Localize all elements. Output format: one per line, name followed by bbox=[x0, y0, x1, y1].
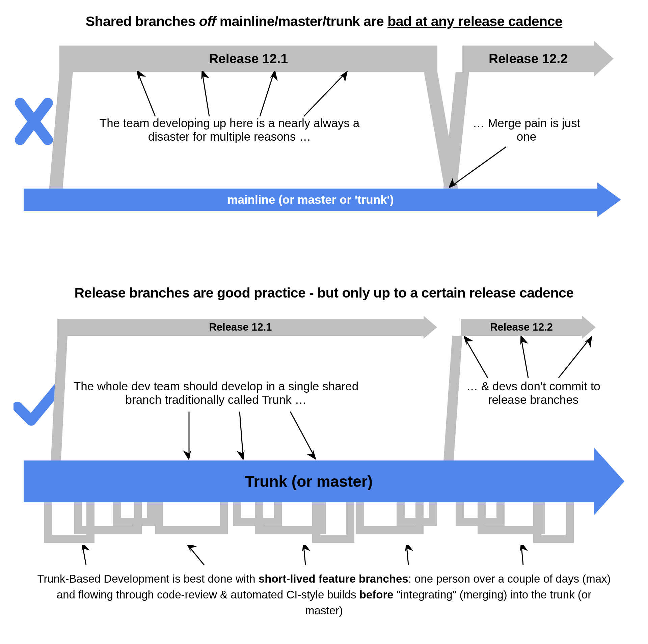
svg-line-10 bbox=[559, 340, 589, 378]
svg-line-15 bbox=[521, 547, 523, 565]
mainline-arrow: mainline (or master or 'trunk') bbox=[24, 189, 597, 211]
bottom-heading: Release branches are good practice - but… bbox=[24, 285, 624, 301]
mainline-label: mainline (or master or 'trunk') bbox=[227, 193, 394, 206]
top-heading-part2: mainline/master/trunk are bbox=[216, 13, 387, 29]
trunk-label: Trunk (or master) bbox=[245, 472, 373, 491]
svg-line-6 bbox=[240, 412, 243, 455]
release-12-2-band: Release 12.2 bbox=[462, 46, 594, 72]
svg-line-13 bbox=[304, 547, 305, 565]
top-heading-part1: Shared branches bbox=[86, 13, 199, 29]
release-12-2-label: Release 12.2 bbox=[490, 321, 553, 333]
svg-line-14 bbox=[407, 547, 408, 565]
release-12-2-arrowhead bbox=[594, 41, 614, 77]
feature-branch bbox=[312, 502, 354, 543]
svg-line-11 bbox=[83, 547, 86, 565]
trunk-arrowhead bbox=[594, 448, 624, 515]
feature-branch bbox=[397, 502, 437, 526]
tbd-diagram: Shared branches off mainline/master/trun… bbox=[24, 13, 624, 627]
svg-line-7 bbox=[290, 412, 314, 455]
release-12-1-arrowhead bbox=[424, 316, 437, 339]
trunk-arrow: Trunk (or master) bbox=[24, 460, 594, 502]
feature-branch bbox=[533, 502, 574, 543]
svg-line-1 bbox=[202, 74, 209, 116]
top-annotation-merge: … Merge pain is just one bbox=[473, 116, 580, 143]
caption-box: Trunk-Based Development is best done wit… bbox=[24, 565, 624, 619]
svg-line-3 bbox=[304, 74, 344, 116]
top-heading-bad: bad at any release cadence bbox=[387, 13, 562, 29]
release-12-1-label: Release 12.1 bbox=[209, 321, 272, 333]
arrows-down-icon bbox=[165, 410, 341, 460]
mainline-arrowhead bbox=[597, 183, 621, 217]
svg-line-8 bbox=[466, 340, 488, 378]
feature-branch bbox=[113, 502, 155, 526]
caption-bold-1: short-lived feature branches bbox=[259, 572, 408, 585]
release-12-1-band: Release 12.1 bbox=[57, 319, 424, 336]
good-pattern-section: Release branches are good practice - but… bbox=[24, 285, 624, 622]
release-12-1-label: Release 12.1 bbox=[209, 51, 288, 66]
arrows-release-icon bbox=[464, 336, 599, 383]
caption-pre: Trunk-Based Development is best done wit… bbox=[37, 572, 258, 585]
svg-line-12 bbox=[189, 547, 204, 565]
top-annotation-main: The team developing up here is a nearly … bbox=[91, 116, 368, 143]
release-12-2-arrowhead bbox=[582, 316, 596, 339]
release-12-2-band: Release 12.2 bbox=[461, 319, 582, 336]
top-heading-off: off bbox=[199, 13, 216, 29]
caption-bold-2: before bbox=[359, 588, 394, 601]
top-heading: Shared branches off mainline/master/trun… bbox=[24, 13, 624, 29]
bottom-annotation-main: The whole dev team should develop in a s… bbox=[61, 380, 371, 407]
release-12-2-label: Release 12.2 bbox=[489, 51, 568, 66]
svg-line-0 bbox=[138, 74, 155, 116]
svg-line-4 bbox=[452, 147, 506, 186]
bottom-annotation-right: … & devs don't commit to release branche… bbox=[459, 380, 608, 407]
svg-line-9 bbox=[521, 340, 528, 378]
merge-arrow-icon bbox=[449, 145, 516, 192]
cross-icon bbox=[14, 94, 57, 148]
feature-branch bbox=[155, 502, 228, 534]
release-12-1-band: Release 12.1 bbox=[59, 46, 437, 72]
arrows-up-icon bbox=[108, 71, 371, 120]
svg-line-2 bbox=[260, 74, 273, 116]
bad-pattern-section: Shared branches off mainline/master/trun… bbox=[24, 13, 624, 223]
